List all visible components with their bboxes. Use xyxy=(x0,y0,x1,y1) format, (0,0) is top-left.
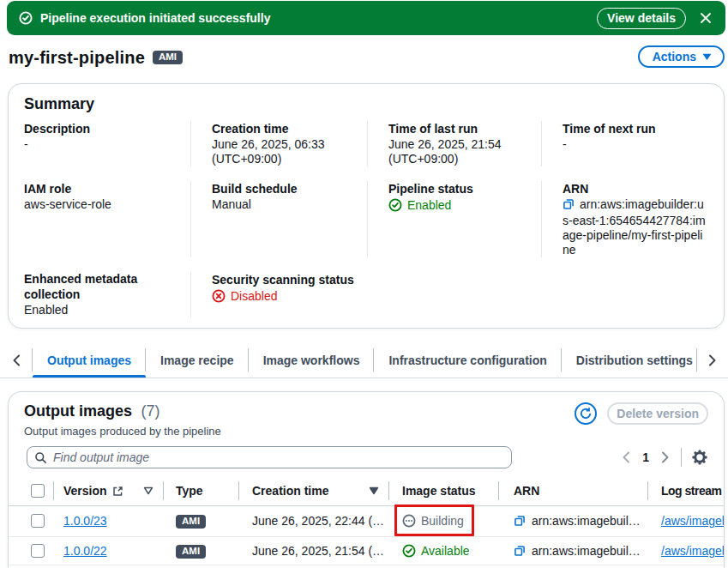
log-stream-link[interactable]: /aws/imagebu xyxy=(661,544,725,558)
chevron-left-icon xyxy=(11,354,21,366)
view-details-button[interactable]: View details xyxy=(597,8,686,29)
summary-grid: Description - Creation time June 26, 202… xyxy=(24,121,708,317)
search-input[interactable] xyxy=(53,450,504,464)
column-header-arn[interactable]: ARN xyxy=(498,477,647,505)
status-in-progress-icon xyxy=(402,514,416,528)
column-header-log-stream[interactable]: Log stream xyxy=(647,477,725,505)
field-time-of-next-run: Time of next run - xyxy=(541,121,710,166)
caret-down-icon xyxy=(702,53,712,61)
field-pipeline-status: Pipeline status Enabled xyxy=(367,181,541,257)
pipeline-status-value: Enabled xyxy=(407,197,451,213)
tabs-bar: Output images Image recipe Image workflo… xyxy=(0,342,728,378)
status-error-icon xyxy=(212,289,226,303)
summary-title: Summary xyxy=(24,95,708,113)
actions-button-label: Actions xyxy=(653,50,696,63)
ami-badge: AMI xyxy=(176,545,206,559)
table-row: 1.0.0/23 AMI June 26, 2025, 22:44 (… Bui… xyxy=(9,505,725,536)
creation-time-cell: June 26, 2025, 21:54 (… xyxy=(238,536,388,565)
field-iam-role: IAM role aws-service-role xyxy=(24,181,190,257)
gear-icon[interactable] xyxy=(688,446,712,468)
tab-distribution-settings[interactable]: Distribution settings xyxy=(562,342,696,378)
copy-icon[interactable] xyxy=(563,198,575,214)
column-header-version[interactable]: Version xyxy=(53,477,163,505)
arn-text: arn:aws:imagebuil… xyxy=(532,544,641,558)
search-icon xyxy=(34,451,47,464)
column-header-image-status[interactable]: Image status xyxy=(388,477,498,505)
output-images-table: Version T xyxy=(9,477,725,565)
refresh-icon xyxy=(579,407,593,420)
field-arn: ARN arn:aws:imagebuilder:us-east-1:65465… xyxy=(541,181,710,257)
external-link-icon xyxy=(724,486,725,497)
select-all-checkbox[interactable] xyxy=(31,484,45,498)
tabs-scroll-left-button[interactable] xyxy=(0,342,33,378)
tab-output-images[interactable]: Output images xyxy=(33,342,146,378)
previous-page-icon[interactable] xyxy=(616,447,636,468)
success-circle-icon xyxy=(19,11,33,25)
version-link[interactable]: 1.0.0/22 xyxy=(63,544,107,558)
tabs-strip: Output images Image recipe Image workflo… xyxy=(33,342,696,378)
tab-infrastructure-configuration[interactable]: Infrastructure configuration xyxy=(374,342,561,378)
status-success-icon xyxy=(402,544,416,558)
delete-version-button[interactable]: Delete version xyxy=(607,402,708,425)
tab-image-workflows[interactable]: Image workflows xyxy=(249,342,375,378)
version-link[interactable]: 1.0.0/23 xyxy=(63,514,107,528)
summary-card: Summary Description - Creation time June… xyxy=(8,83,725,329)
page-title: my-first-pipeline xyxy=(9,48,145,68)
output-images-count: (7) xyxy=(141,402,159,420)
row-checkbox[interactable] xyxy=(31,544,45,558)
image-status-value: Building xyxy=(421,514,464,528)
actions-button[interactable]: Actions xyxy=(638,45,725,68)
page-header: my-first-pipeline AMI Actions xyxy=(9,45,725,70)
row-checkbox[interactable] xyxy=(31,514,45,528)
sort-icon-creation-time[interactable] xyxy=(369,486,379,495)
image-status-value: Available xyxy=(421,544,470,558)
column-header-creation-time[interactable]: Creation time xyxy=(238,477,388,505)
next-page-icon[interactable] xyxy=(655,447,676,468)
tabs-scroll-right-button[interactable] xyxy=(696,342,728,378)
tab-image-recipe[interactable]: Image recipe xyxy=(146,342,249,378)
search-box xyxy=(27,446,512,468)
page-number[interactable]: 1 xyxy=(636,450,655,464)
flashbar-message: Pipeline execution initiated successfull… xyxy=(40,11,597,25)
flashbar-success: Pipeline execution initiated successfull… xyxy=(7,1,725,35)
pagination: 1 xyxy=(616,446,712,468)
arn-value: arn:aws:imagebuilder:us-east-1:654654427… xyxy=(563,197,706,257)
external-link-icon xyxy=(112,486,123,497)
security-status-value: Disabled xyxy=(231,288,277,304)
field-enhanced-metadata: Enhanced metadata collection Enabled xyxy=(24,272,178,317)
output-images-description: Output images produced by the pipeline xyxy=(24,425,575,438)
output-images-title: Output images xyxy=(24,402,132,420)
refresh-button[interactable] xyxy=(575,402,597,425)
ami-badge: AMI xyxy=(153,51,183,64)
close-icon[interactable] xyxy=(693,5,719,31)
select-all-header xyxy=(9,477,53,505)
field-build-schedule: Build schedule Manual xyxy=(190,181,367,257)
column-header-type[interactable]: Type xyxy=(163,477,238,505)
field-description: Description - xyxy=(24,121,190,166)
creation-time-cell: June 26, 2025, 22:44 (… xyxy=(238,505,388,536)
field-security-scanning: Security scanning status Disabled xyxy=(190,272,367,317)
pagination-divider xyxy=(681,448,682,467)
copy-icon[interactable] xyxy=(514,545,526,557)
log-stream-link[interactable]: /aws/imagebu xyxy=(661,514,725,528)
output-images-card: Output images (7) Output images produced… xyxy=(8,391,725,568)
ami-badge: AMI xyxy=(176,515,206,529)
table-row: 1.0.0/22 AMI June 26, 2025, 21:54 (… Ava… xyxy=(9,536,725,565)
chevron-right-icon xyxy=(707,354,718,366)
field-creation-time: Creation time June 26, 2025, 06:33 (UTC+… xyxy=(190,121,367,166)
status-success-icon xyxy=(388,198,402,212)
field-time-of-last-run: Time of last run June 26, 2025, 21:54 (U… xyxy=(367,121,541,166)
arn-text: arn:aws:imagebuil… xyxy=(532,514,641,528)
sort-icon-version[interactable] xyxy=(143,486,153,495)
copy-icon[interactable] xyxy=(514,515,526,527)
